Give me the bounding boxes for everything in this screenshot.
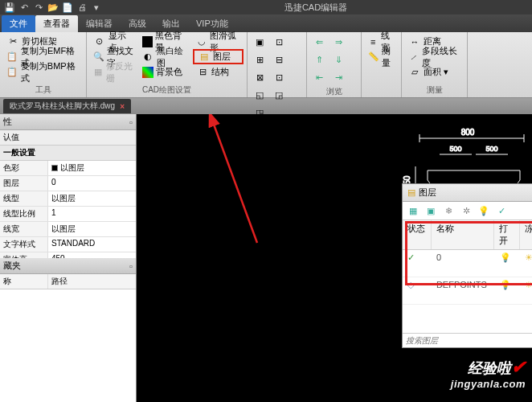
ribbon-group-tools: ✂剪切框架 📋复制为EMF格式 📋复制为BMP格式 工具 — [0, 32, 87, 97]
qat-undo-icon[interactable]: ↶ — [18, 1, 31, 14]
pos-btn-7[interactable]: ◱ — [251, 87, 268, 103]
layer-search-input[interactable] — [406, 336, 532, 345]
ribbon-group-browse: ⇐ ⇒ ⇑ ⇓ ⇤ ⇥ 浏览 — [307, 32, 362, 97]
nav-up-icon[interactable]: ⇑ — [310, 51, 328, 68]
search-icon: 🔍 — [93, 51, 104, 64]
copy-icon: 📋 — [6, 51, 18, 64]
layer-settings-icon[interactable]: ❄ — [442, 204, 455, 217]
qat-save-icon[interactable]: 💾 — [3, 1, 16, 14]
tab-viewer[interactable]: 查看器 — [35, 15, 78, 32]
layer-check-icon[interactable]: ✓ — [495, 204, 508, 217]
qat-open-icon[interactable]: 📂 — [47, 1, 59, 14]
group-label-measure: 测量 — [405, 84, 464, 96]
color-icon — [142, 67, 153, 78]
ribbon-group-cad-settings: ⊙显示点 🔍查找文字 ▦修反光栅 黑色背景 ◐黑白绘图 背景色 ◡图滑弧形 ▤图… — [87, 32, 248, 97]
qat-new-icon[interactable]: 📄 — [61, 1, 74, 14]
point-icon: ⊙ — [93, 35, 106, 48]
scissors-icon: ✂ — [6, 35, 19, 48]
distance-icon: ↔ — [408, 35, 421, 48]
prop-row-color[interactable]: 色彩以图层 — [0, 161, 136, 176]
pos-btn-3[interactable]: ⊞ — [251, 51, 268, 68]
group-label-5 — [365, 95, 398, 96]
layer-panel[interactable]: ▤ 图层 ▦ ▣ ❄ ✲ 💡 ✓ 状态 名称 打开 冻结 色彩 ✓ 0 💡 ☀ … — [402, 183, 532, 348]
nav-prev-icon[interactable]: ⇤ — [310, 69, 328, 85]
svg-text:500: 500 — [449, 145, 461, 153]
close-favorites-icon[interactable]: ▫ — [129, 261, 133, 271]
nav-down-icon[interactable]: ⇓ — [329, 51, 347, 68]
pos-btn-6[interactable]: ⊡ — [270, 69, 288, 85]
ribbon-group-lineweight: ≡线宽 📏测量 — [362, 32, 402, 97]
group-label-cad: CAD绘图设置 — [90, 84, 243, 96]
tree-icon: ⊟ — [196, 66, 209, 79]
prop-row-layer[interactable]: 图层0 — [0, 176, 136, 191]
bg-color-button[interactable]: 背景色 — [139, 64, 191, 80]
prop-row-linetype[interactable]: 线型以图层 — [0, 191, 136, 207]
document-tab[interactable]: 欧式罗马柱柱头柱脚大样.dwg × — [3, 99, 131, 113]
properties-header: 性 ▫ — [0, 114, 136, 130]
layers-icon: ▤ — [407, 187, 415, 198]
close-panel-icon[interactable]: ▫ — [129, 117, 133, 127]
watermark: 经验啦✔ jingyanla.com — [451, 357, 526, 390]
qat-dropdown-icon[interactable]: ▾ — [90, 1, 103, 14]
favorites-columns: 称 路径 — [0, 274, 136, 289]
properties-panel: 性 ▫ 认值 一般设置 色彩以图层 图层0 线型以图层 线型比例1 线宽以图层 … — [0, 114, 137, 402]
bw-draw-button[interactable]: ◐黑白绘图 — [139, 49, 191, 64]
polyline-length-button[interactable]: ⟋多段线长度 — [405, 49, 464, 64]
quick-access-toolbar: 💾 ↶ ↷ 📂 📄 🖨 ▾ — [3, 1, 103, 14]
pos-btn-5[interactable]: ⊠ — [251, 69, 268, 85]
ruler-icon: 📏 — [368, 51, 379, 64]
pos-btn-2[interactable]: ⊡ — [270, 34, 288, 50]
document-name: 欧式罗马柱柱头柱脚大样.dwg — [10, 100, 115, 112]
favorites-body — [0, 289, 136, 402]
ribbon-group-measure: ↔距离 ⟋多段线长度 ▱面积 ▾ 测量 — [402, 32, 468, 97]
nav-end-icon[interactable]: ⇥ — [329, 69, 347, 85]
layer-search-bar — [403, 333, 532, 347]
svg-text:800: 800 — [461, 128, 475, 137]
ribbon-group-position: ▣ ⊡ ⊞ ⊟ ⊠ ⊡ ◱ ◲ ◳ 位置 — [248, 32, 307, 97]
check-mark-icon: ✔ — [511, 357, 526, 377]
copy-icon: 📋 — [6, 66, 18, 79]
structure-button[interactable]: ⊟结构 — [193, 64, 243, 80]
app-title: 迅捷CAD编辑器 — [103, 2, 529, 14]
prop-row-lineweight[interactable]: 线宽以图层 — [0, 222, 136, 237]
layer-filter-icon[interactable]: ✲ — [460, 204, 473, 217]
layer-toolbar: ▦ ▣ ❄ ✲ 💡 ✓ — [403, 202, 532, 220]
tab-file[interactable]: 文件 — [2, 15, 35, 32]
line-icon: ≡ — [368, 35, 379, 48]
nav-left-icon[interactable]: ⇐ — [310, 34, 328, 50]
pos-btn-8[interactable]: ◲ — [270, 87, 288, 103]
properties-body: 一般设置 色彩以图层 图层0 线型以图层 线型比例1 线宽以图层 文字样式STA… — [0, 146, 136, 258]
group-label-browse: 浏览 — [310, 85, 358, 97]
ribbon: ✂剪切框架 📋复制为EMF格式 📋复制为BMP格式 工具 ⊙显示点 🔍查找文字 … — [0, 32, 532, 98]
new-layer-icon[interactable]: ▦ — [407, 204, 419, 217]
prop-row-textstyle[interactable]: 文字样式STANDARD — [0, 237, 136, 252]
default-value-label: 认值 — [0, 130, 136, 146]
layer-bulb-icon[interactable]: 💡 — [477, 204, 490, 217]
copy-bmp-button[interactable]: 📋复制为BMP格式 — [3, 64, 83, 80]
arc-icon: ◡ — [196, 35, 207, 48]
qat-print-icon[interactable]: 🖨 — [76, 1, 88, 14]
ribbon-tabs: 文件 查看器 编辑器 高级 输出 VIP功能 — [0, 14, 532, 32]
layers-button[interactable]: ▤图层 — [193, 49, 243, 64]
prop-row-ltscale[interactable]: 线型比例1 — [0, 207, 136, 222]
title-bar: 💾 ↶ ↷ 📂 📄 🖨 ▾ 迅捷CAD编辑器 — [0, 0, 532, 14]
favorites-header: 藏夹 ▫ — [0, 258, 136, 274]
color-swatch-icon — [51, 165, 58, 171]
prop-row-textheight[interactable]: 字体高450 — [0, 252, 136, 258]
section-general: 一般设置 — [0, 146, 136, 161]
area-icon: ▱ — [408, 66, 421, 79]
measure-button[interactable]: 📏测量 — [365, 49, 398, 64]
svg-text:500: 500 — [485, 145, 497, 153]
pos-btn-1[interactable]: ▣ — [251, 34, 268, 50]
nav-right-icon[interactable]: ⇒ — [329, 34, 347, 50]
layer-panel-header[interactable]: ▤ 图层 — [403, 184, 532, 202]
polyline-icon: ⟋ — [408, 51, 419, 64]
raster-button: ▦修反光栅 — [90, 64, 137, 80]
layers-icon: ▤ — [198, 51, 211, 64]
smooth-arc-button[interactable]: ◡图滑弧形 — [193, 34, 243, 49]
qat-redo-icon[interactable]: ↷ — [32, 1, 45, 14]
pos-btn-4[interactable]: ⊟ — [270, 51, 288, 68]
layer-states-icon[interactable]: ▣ — [424, 204, 437, 217]
area-button[interactable]: ▱面积 ▾ — [405, 64, 464, 80]
close-tab-icon[interactable]: × — [120, 102, 125, 111]
